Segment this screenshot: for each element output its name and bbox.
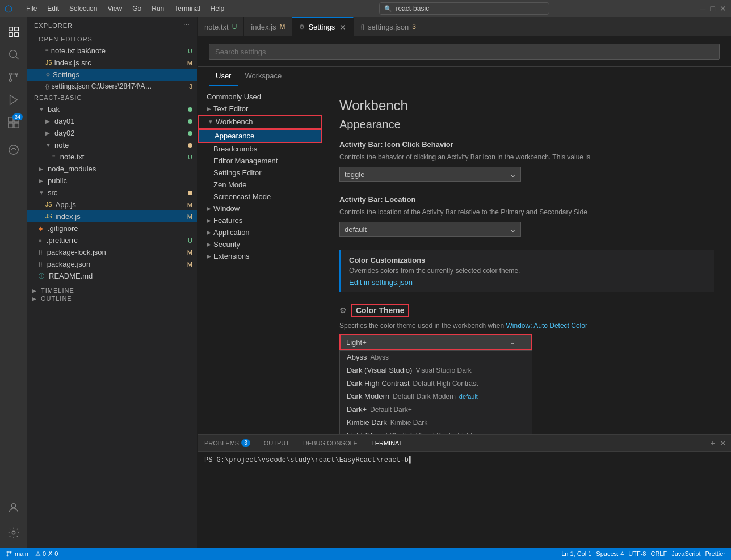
- menu-edit[interactable]: Edit: [43, 3, 64, 14]
- list-item[interactable]: ▼ note: [27, 139, 197, 151]
- activity-run[interactable]: [3, 90, 24, 110]
- close-window-button[interactable]: ✕: [720, 4, 726, 13]
- color-theme-gear-icon[interactable]: ⚙: [339, 306, 347, 315]
- folder-label: bak: [48, 105, 60, 113]
- list-item[interactable]: ▼ bak: [27, 103, 197, 115]
- dropdown-item[interactable]: Dark+ Default Dark+: [340, 403, 532, 416]
- toc-screencast-mode[interactable]: Screencast Mode: [198, 191, 322, 203]
- status-errors[interactable]: ⚠ 0 ✗ 0: [35, 550, 58, 558]
- activity-bar-location-select[interactable]: default top bottom hidden: [339, 222, 521, 237]
- color-theme-dropdown-selected[interactable]: Light+ ⌄: [339, 334, 532, 350]
- list-item[interactable]: ▼ src: [27, 187, 197, 199]
- color-theme-desc: Specifies the color theme used in the wo…: [339, 322, 714, 330]
- tab-close-button[interactable]: ✕: [339, 23, 346, 31]
- dropdown-item[interactable]: Dark (Visual Studio) Visual Studio Dark: [340, 364, 532, 377]
- tab-note-txt[interactable]: note.txt U: [198, 17, 244, 36]
- activity-accounts[interactable]: [3, 498, 24, 518]
- status-spaces[interactable]: Spaces: 4: [596, 550, 624, 557]
- toc-extensions[interactable]: ▶ Extensions: [198, 250, 322, 262]
- toc-workbench[interactable]: ▼ Workbench: [198, 115, 322, 129]
- activity-copilot[interactable]: [3, 140, 24, 160]
- outline-title[interactable]: ▶ Outline: [27, 294, 197, 302]
- tab-settings[interactable]: ⚙ Settings ✕: [292, 17, 354, 36]
- menu-selection[interactable]: Selection: [65, 3, 102, 14]
- color-theme-dropdown: Light+ ⌄ Abyss Abyss Dark (Vis: [339, 334, 532, 350]
- list-item[interactable]: JS index.js M: [27, 210, 197, 222]
- toc-application[interactable]: ▶ Application: [198, 226, 322, 238]
- bottom-panel-close-button[interactable]: ✕: [720, 439, 726, 448]
- tab-index-js[interactable]: index.js M: [244, 17, 292, 36]
- activity-search[interactable]: [3, 44, 24, 65]
- toc-zen-mode[interactable]: Zen Mode: [198, 179, 322, 191]
- theme-primary: Dark (Visual Studio): [347, 366, 412, 374]
- status-git-branch[interactable]: main: [6, 550, 28, 557]
- svg-point-4: [10, 50, 17, 58]
- activity-explorer[interactable]: [3, 22, 24, 42]
- tab-badge: U: [232, 23, 237, 31]
- status-encoding[interactable]: UTF-8: [628, 550, 646, 557]
- activity-settings-gear[interactable]: [3, 523, 24, 543]
- activity-bar-behavior-select[interactable]: toggle focus: [339, 167, 521, 182]
- bottom-panel-plus-button[interactable]: +: [711, 439, 715, 448]
- tab-user[interactable]: User: [209, 67, 238, 86]
- dropdown-item[interactable]: Dark Modern Default Dark Modern default: [340, 390, 532, 403]
- tab-debug-console[interactable]: Debug Console: [296, 435, 364, 451]
- status-line-ending[interactable]: CRLF: [650, 550, 667, 557]
- toc-text-editor[interactable]: ▶ Text Editor: [198, 103, 322, 115]
- global-search-input[interactable]: [396, 5, 544, 12]
- list-item[interactable]: {} package.json M: [27, 258, 197, 270]
- toc-appearance[interactable]: Appearance: [198, 129, 322, 143]
- list-item[interactable]: ≡ note.txt bak\note U: [27, 45, 197, 57]
- toc-settings-editor[interactable]: Settings Editor: [198, 167, 322, 179]
- edit-settings-json-link[interactable]: Edit in settings.json: [349, 278, 413, 287]
- minimize-button[interactable]: ─: [700, 4, 706, 13]
- menu-help[interactable]: Help: [206, 3, 229, 14]
- toc-label: Extensions: [213, 252, 250, 260]
- status-language[interactable]: JavaScript: [671, 550, 700, 557]
- list-item[interactable]: ⚙ Settings: [27, 69, 197, 81]
- list-item[interactable]: ▶ day02: [27, 127, 197, 139]
- auto-detect-link[interactable]: Window: Auto Detect Color: [506, 322, 587, 330]
- menu-run[interactable]: Run: [147, 3, 169, 14]
- toc-security[interactable]: ▶ Security: [198, 238, 322, 250]
- list-item[interactable]: {} settings.json C:\Users\28474\AppData\…: [27, 81, 197, 92]
- toc-editor-management[interactable]: Editor Management: [198, 155, 322, 167]
- settings-search-input[interactable]: [209, 44, 720, 60]
- list-item[interactable]: ⓘ README.md: [27, 270, 197, 282]
- dropdown-item[interactable]: Kimbie Dark Kimbie Dark: [340, 416, 532, 429]
- status-ln-col[interactable]: Ln 1, Col 1: [561, 550, 591, 557]
- menu-terminal[interactable]: Terminal: [170, 3, 204, 14]
- dropdown-item[interactable]: Light (Visual Studio) Visual Studio Ligh…: [340, 429, 532, 434]
- menu-file[interactable]: File: [22, 3, 41, 14]
- search-bar[interactable]: 🔍: [379, 2, 549, 15]
- tab-workspace[interactable]: Workspace: [238, 67, 288, 86]
- tab-settings-json[interactable]: {} settings.json 3: [354, 17, 423, 36]
- toc-breadcrumbs[interactable]: Breadcrumbs: [198, 143, 322, 155]
- toc-commonly-used[interactable]: Commonly Used: [198, 91, 322, 103]
- status-prettier[interactable]: Prettier: [705, 550, 725, 557]
- sidebar-more-button[interactable]: ⋯: [183, 22, 190, 29]
- list-item[interactable]: JS App.js M: [27, 199, 197, 210]
- menu-view[interactable]: View: [103, 3, 127, 14]
- tab-terminal[interactable]: Terminal: [364, 435, 410, 451]
- tab-output[interactable]: Output: [257, 435, 296, 451]
- open-editors-title: Open Editors: [27, 33, 197, 45]
- list-item[interactable]: ▶ node_modules: [27, 163, 197, 175]
- dropdown-item[interactable]: Abyss Abyss: [340, 351, 532, 364]
- list-item[interactable]: ◆ .gitignore: [27, 222, 197, 234]
- list-item[interactable]: {} package-lock.json M: [27, 246, 197, 258]
- timeline-title[interactable]: ▶ Timeline: [27, 287, 197, 294]
- list-item[interactable]: ≡ .prettierrc U: [27, 234, 197, 246]
- maximize-button[interactable]: □: [711, 4, 715, 13]
- toc-window[interactable]: ▶ Window: [198, 203, 322, 214]
- toc-features[interactable]: ▶ Features: [198, 214, 322, 226]
- list-item[interactable]: ▶ public: [27, 175, 197, 187]
- menu-go[interactable]: Go: [128, 3, 146, 14]
- dropdown-item[interactable]: Dark High Contrast Default High Contrast: [340, 377, 532, 390]
- tab-problems[interactable]: Problems 3: [198, 435, 257, 451]
- activity-extensions[interactable]: 34: [3, 112, 24, 133]
- list-item[interactable]: ▶ day01: [27, 115, 197, 127]
- list-item[interactable]: JS index.js src M: [27, 57, 197, 69]
- activity-source-control[interactable]: [3, 67, 24, 87]
- list-item[interactable]: ≡ note.txt U: [27, 151, 197, 163]
